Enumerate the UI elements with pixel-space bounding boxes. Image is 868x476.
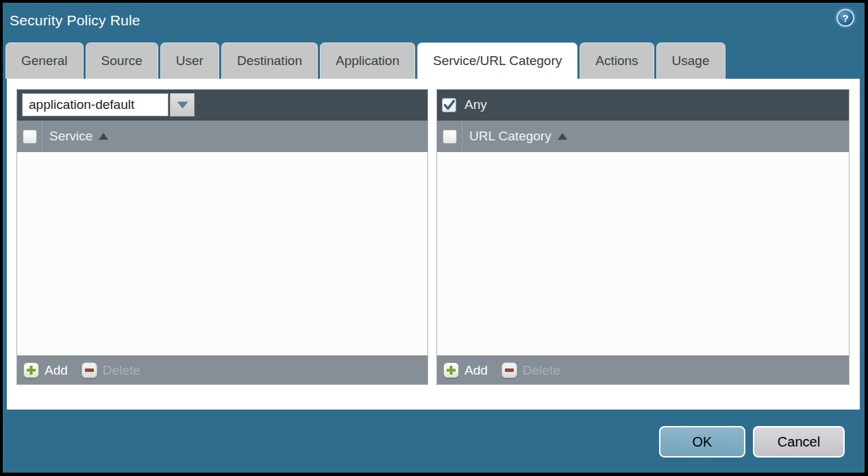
ok-button[interactable]: OK bbox=[659, 426, 745, 458]
tab-content-area: Service Add bbox=[7, 79, 860, 410]
service-table-header: Service bbox=[17, 121, 427, 152]
add-label: Add bbox=[464, 363, 488, 378]
help-icon[interactable]: ? bbox=[836, 9, 854, 27]
tab-usage[interactable]: Usage bbox=[656, 42, 726, 79]
tab-bar: General Source User Destination Applicat… bbox=[5, 42, 726, 79]
add-icon bbox=[23, 362, 39, 378]
service-column-header[interactable]: Service bbox=[49, 121, 108, 152]
url-category-toolbar: Any bbox=[437, 90, 849, 121]
add-label: Add bbox=[45, 363, 68, 378]
tab-destination[interactable]: Destination bbox=[221, 42, 318, 79]
url-category-column-label: URL Category bbox=[469, 129, 551, 144]
tab-service-url-category[interactable]: Service/URL Category bbox=[417, 42, 578, 79]
checkmark-icon bbox=[443, 99, 455, 111]
url-category-select-all-checkbox[interactable] bbox=[443, 129, 457, 144]
service-type-input[interactable] bbox=[22, 93, 169, 116]
url-category-column-header[interactable]: URL Category bbox=[469, 121, 567, 152]
url-category-panel: Any URL Category bbox=[436, 89, 850, 385]
service-footer: Add Delete bbox=[17, 355, 427, 384]
tab-general[interactable]: General bbox=[5, 42, 84, 79]
url-category-table-body[interactable] bbox=[437, 152, 849, 355]
url-category-add-button[interactable]: Add bbox=[443, 362, 488, 378]
sort-ascending-icon bbox=[99, 133, 108, 140]
tab-user[interactable]: User bbox=[160, 42, 219, 79]
service-toolbar bbox=[17, 90, 427, 121]
tab-source[interactable]: Source bbox=[86, 42, 158, 79]
service-select-all-checkbox[interactable] bbox=[23, 129, 37, 144]
service-panel: Service Add bbox=[16, 89, 428, 385]
url-category-table-header: URL Category bbox=[437, 121, 849, 152]
chevron-down-icon bbox=[177, 101, 188, 109]
any-checkbox[interactable] bbox=[442, 98, 456, 112]
tab-actions[interactable]: Actions bbox=[580, 42, 654, 79]
delete-label: Delete bbox=[103, 363, 140, 378]
delete-icon bbox=[82, 362, 97, 378]
url-category-footer: Add Delete bbox=[437, 355, 849, 384]
help-question-glyph: ? bbox=[842, 13, 848, 23]
service-table-body[interactable] bbox=[17, 152, 427, 355]
sort-ascending-icon bbox=[558, 133, 567, 140]
url-category-select-all-column bbox=[437, 121, 462, 152]
cancel-button[interactable]: Cancel bbox=[753, 426, 845, 458]
tab-application[interactable]: Application bbox=[320, 42, 415, 79]
delete-icon bbox=[501, 362, 517, 378]
security-policy-rule-dialog: Security Policy Rule ? General Source Us… bbox=[3, 3, 865, 473]
any-label: Any bbox=[464, 97, 487, 112]
service-column-label: Service bbox=[49, 129, 92, 144]
service-delete-button[interactable]: Delete bbox=[82, 362, 140, 378]
service-select-all-column bbox=[17, 121, 42, 152]
dialog-title: Security Policy Rule bbox=[10, 12, 140, 29]
service-add-button[interactable]: Add bbox=[23, 362, 68, 378]
delete-label: Delete bbox=[523, 363, 560, 378]
url-category-delete-button[interactable]: Delete bbox=[501, 362, 560, 378]
service-type-combobox bbox=[22, 93, 195, 116]
service-type-dropdown-button[interactable] bbox=[170, 93, 195, 116]
add-icon bbox=[443, 362, 459, 378]
